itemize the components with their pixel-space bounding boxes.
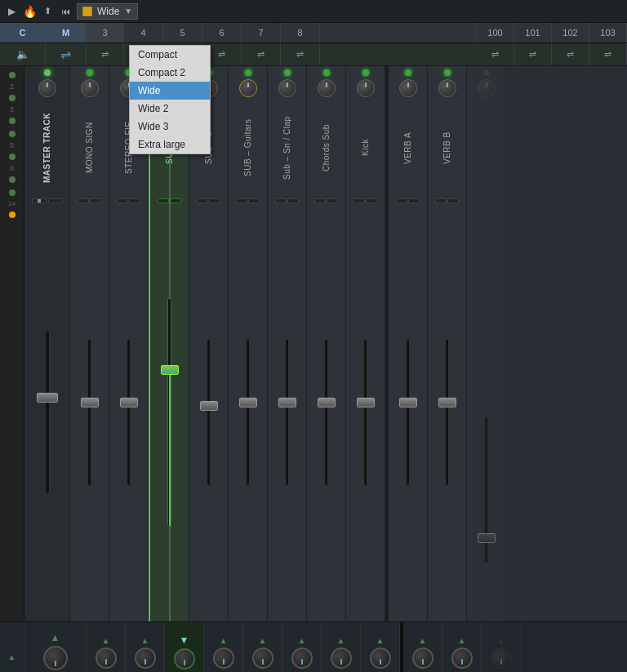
ch3-icon[interactable]: ⇌ [87, 43, 124, 65]
chords-fader[interactable] [318, 398, 336, 407]
sidebar-dot-6 [9, 176, 16, 183]
col-header-3: 3 [87, 23, 124, 42]
play-icon[interactable]: ▶ [5, 5, 18, 18]
verb-a-led[interactable] [405, 69, 411, 76]
up-icon[interactable]: ⬆ [41, 5, 54, 18]
mono-knob[interactable] [81, 79, 99, 97]
sub2-fader[interactable] [200, 401, 218, 411]
verb-b-bottom-knob[interactable] [451, 648, 473, 669]
sub1-bottom-knob[interactable] [174, 648, 195, 670]
sub-guitars-led[interactable] [245, 69, 251, 76]
col-header-7: 7 [242, 23, 281, 42]
menu-item-compact2[interactable]: Compact 2 [130, 64, 210, 82]
col-header-m: M [46, 23, 87, 42]
menu-item-wide[interactable]: Wide [130, 82, 210, 100]
bottom-mono: ▲ [87, 622, 126, 672]
bottom-sub-sn: ▲ [282, 622, 322, 672]
verb-a-bottom-knob[interactable] [412, 648, 434, 669]
channel-verb-a: VERB A [389, 66, 428, 621]
stereo-fader[interactable] [120, 398, 138, 407]
sub-sn-fader[interactable] [278, 398, 296, 407]
stub-bottom-knob[interactable] [491, 648, 512, 669]
stub1-knob[interactable] [478, 79, 496, 97]
column-headers: C M 3 4 5 6 7 8 100 101 102 103 [0, 23, 627, 43]
verb-a-fader[interactable] [399, 398, 417, 407]
kick-led[interactable] [362, 69, 369, 76]
bottom-left-icons: ▲ [0, 622, 24, 672]
ch103-icon[interactable]: ⇌ [589, 43, 627, 65]
sub2-bottom-knob[interactable] [213, 648, 234, 669]
channel-chords-sub: Chords Sub [307, 66, 346, 621]
ch101-send-icon: ⇌ [529, 49, 536, 60]
ch102-icon[interactable]: ⇌ [552, 43, 589, 65]
top-bar: ▶ 🔥 ⬆ ⏮ Wide ▼ [0, 0, 627, 23]
bottom-verb-b: ▲ [442, 622, 482, 672]
bottom-master: ▲ [24, 622, 87, 672]
ch101-icon[interactable]: ⇌ [514, 43, 552, 65]
view-dropdown[interactable]: Wide ▼ [77, 3, 138, 20]
kick-bottom-knob[interactable] [370, 648, 391, 669]
master-fader-handle[interactable] [37, 393, 58, 403]
sidebar-num-24: 24 [8, 200, 16, 207]
sub1-fader[interactable] [161, 365, 179, 375]
bottom-stub: ▲ [482, 622, 521, 672]
sub-sn-led[interactable] [284, 69, 291, 76]
ch8-icon[interactable]: ⇌ [281, 43, 320, 65]
view-dropdown-menu: Compact Compact 2 Wide Wide 2 Wide 3 Ext… [129, 45, 211, 154]
menu-item-wide2[interactable]: Wide 2 [130, 100, 210, 118]
master-bottom-arrow-up: ▲ [51, 632, 60, 643]
ch100-icon[interactable]: ⇌ [477, 43, 514, 65]
sub-guitars-bottom-knob[interactable] [252, 648, 273, 669]
chords-bottom-knob[interactable] [331, 648, 352, 669]
col-header-100: 100 [477, 23, 514, 42]
chords-knob[interactable] [318, 79, 336, 97]
bottom-stereo: ▲ [126, 622, 165, 672]
sub-guitars-knob[interactable] [239, 79, 257, 97]
verb-b-led[interactable] [444, 69, 451, 76]
col-header-4: 4 [124, 23, 163, 42]
kick-knob[interactable] [357, 79, 375, 97]
kick-channel-name: Kick [361, 99, 370, 197]
sub-sn-knob[interactable] [278, 79, 296, 97]
master-send-icon[interactable]: 🔈 [0, 43, 46, 65]
chords-led[interactable] [323, 69, 330, 76]
stereo-bottom-knob[interactable] [135, 648, 156, 669]
bottom-sub1: ▼ [165, 622, 204, 672]
icons-row: 🔈 ⇌ ⇌ ⇌ ⇌ ⇌ ⇌ ⇌ ⇌ ⇌ ⇌ ⇌ [0, 43, 627, 66]
verb-b-knob[interactable] [438, 79, 456, 97]
col-header-103: 103 [589, 23, 627, 42]
verb-a-knob[interactable] [399, 79, 417, 97]
chevron-down-icon: ▼ [124, 7, 132, 16]
stub1-led[interactable] [483, 69, 490, 76]
menu-item-extra-large[interactable]: Extra large [130, 136, 210, 154]
master-bottom-knob[interactable] [43, 646, 68, 670]
sidebar-num-3: 3 [10, 105, 14, 113]
channels-container: MASTER TRACK MONO SIGN [24, 66, 627, 621]
col-header-101: 101 [514, 23, 552, 42]
sub-sn-bottom-knob[interactable] [291, 648, 313, 669]
sidebar-dot-8 [9, 211, 16, 218]
bottom-arrow-up: ▲ [8, 652, 16, 661]
master-channel-name: MASTER TRACK [42, 99, 51, 197]
menu-item-wide3[interactable]: Wide 3 [130, 118, 210, 136]
prev-icon[interactable]: ⏮ [59, 5, 72, 18]
verb-b-fader[interactable] [438, 398, 456, 407]
channel-stub-1 [467, 66, 506, 621]
master-led[interactable] [44, 69, 51, 76]
menu-item-compact[interactable]: Compact [130, 46, 210, 64]
stereo-icon-cell[interactable]: ⇌ [46, 43, 87, 65]
fire-icon[interactable]: 🔥 [23, 5, 36, 18]
sidebar-dot-4 [9, 131, 16, 137]
mono-bottom-knob[interactable] [96, 648, 117, 669]
channel-verb-b: VERB B [428, 66, 467, 621]
col-header-8: 8 [281, 23, 320, 42]
kick-fader[interactable] [357, 398, 375, 407]
stub1-fader[interactable] [478, 533, 496, 543]
bottom-sub-guitars: ▲ [243, 622, 282, 672]
master-knob[interactable] [38, 79, 56, 97]
channel-sub-sn-clap: Sub – Sn / Clap [268, 66, 307, 621]
mono-led[interactable] [87, 69, 93, 76]
ch7-icon[interactable]: ⇌ [242, 43, 281, 65]
sub-guitars-fader[interactable] [239, 398, 257, 407]
mono-fader[interactable] [81, 398, 99, 407]
